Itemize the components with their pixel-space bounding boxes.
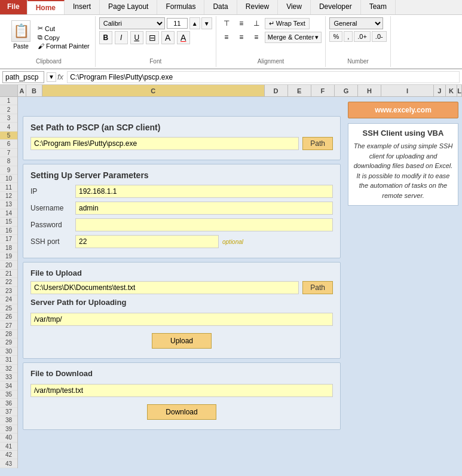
upload-file-input[interactable] [30,281,299,294]
paste-button[interactable]: 📋 Paste [6,17,36,52]
clipboard-group-label: Clipboard [36,57,62,66]
font-family-select[interactable]: Calibri [99,17,165,29]
col-header-g[interactable]: G [335,85,358,96]
tab-view[interactable]: View [278,0,311,14]
col-header-a[interactable]: A [18,85,26,96]
font-size-input[interactable] [167,18,188,29]
col-header-b[interactable]: B [26,85,42,96]
tab-formulas[interactable]: Formulas [157,0,204,14]
tab-developer[interactable]: Developer [311,0,361,14]
wrap-text-icon: ↵ [269,20,274,28]
chevron-down-icon: ▾ [315,33,319,41]
fx-label: fx [57,72,63,81]
decrease-decimal-button[interactable]: .0- [372,31,387,42]
optional-label: optional [222,239,243,245]
formula-bar: ▼ fx [0,69,462,85]
paste-icon: 📋 [11,20,30,42]
increase-font-size-button[interactable]: ▲ [189,17,200,29]
formula-input[interactable] [67,71,460,83]
ssh-client-title: SSH Client using VBA [353,129,453,138]
format-painter-button[interactable]: 🖌 Format Painter [36,42,91,50]
tab-insert[interactable]: Insert [65,0,100,14]
upload-button[interactable]: Upload [152,333,212,349]
password-row: Password [30,218,333,231]
format-painter-icon: 🖌 [38,42,44,50]
col-header-d[interactable]: D [265,85,288,96]
pscp-section: Set Path to PSCP (an SCP client) Path [23,116,341,160]
formula-expand-button[interactable]: ▼ [47,72,56,82]
file-upload-title: File to Upload [30,268,333,277]
align-middle-button[interactable]: ≡ [235,17,248,29]
decrease-font-size-button[interactable]: ▼ [201,17,212,29]
align-right-button[interactable]: ≡ [250,31,263,43]
align-left-button[interactable]: ≡ [220,31,233,43]
tab-page-layout[interactable]: Page Layout [100,0,157,14]
col-header-e[interactable]: E [288,85,311,96]
border-button[interactable]: ⊟ [146,31,159,44]
download-button[interactable]: Download [147,404,216,420]
ssh-port-row: SSH port optional [30,235,333,248]
password-input[interactable] [75,218,333,231]
excely-url: www.excely.com [375,106,432,114]
ssh-description: The example of using simple SSH client f… [353,141,453,200]
tab-review[interactable]: Review [237,0,278,14]
cut-button[interactable]: ✂ Cut [36,24,91,33]
server-upload-path-title: Server Path for Uploading [30,298,333,307]
col-header-c[interactable]: C [42,85,264,96]
excely-box: www.excely.com [348,102,458,118]
col-header-f[interactable]: F [311,85,335,96]
pscp-path-input[interactable] [30,137,299,150]
col-header-j[interactable]: J [434,85,446,96]
tab-data[interactable]: Data [204,0,237,14]
fill-color-button[interactable]: A [161,31,175,44]
increase-decimal-button[interactable]: .0+ [354,31,371,42]
password-label: Password [30,221,75,229]
ssh-port-label: SSH port [30,237,75,246]
font-color-button[interactable]: A [177,31,190,44]
upload-path-row: Path [30,281,333,294]
align-top-button[interactable]: ⊤ [220,17,233,29]
comma-button[interactable]: , [344,31,353,42]
col-header-rest[interactable]: L [457,85,462,96]
username-row: Username [30,202,333,215]
column-headers: A B C D E F G H I J K L [0,85,462,97]
download-section-title: File to Download [30,369,333,378]
upload-path-button[interactable]: Path [302,281,333,294]
server-section-title: Setting Up Server Parameters [30,170,333,180]
pscp-section-title: Set Path to PSCP (an SCP client) [30,123,333,132]
merge-center-button[interactable]: Merge & Center ▾ [265,32,322,43]
wrap-text-button[interactable]: ↵ Wrap Text [265,18,310,29]
align-center-button[interactable]: ≡ [235,31,248,43]
username-input[interactable] [75,202,333,215]
copy-icon: ⧉ [38,33,42,41]
scissors-icon: ✂ [38,25,43,32]
ssh-port-input[interactable] [75,235,219,248]
font-group-label: Font [149,57,161,66]
number-format-select[interactable]: General [329,17,383,29]
col-header-i[interactable]: I [381,85,434,96]
tab-home[interactable]: Home [27,0,65,14]
align-bottom-button[interactable]: ⊥ [250,17,263,29]
cell-reference-input[interactable] [2,71,44,83]
server-upload-path-input[interactable] [30,313,333,326]
ip-input[interactable] [75,185,333,198]
bold-button[interactable]: B [99,31,112,44]
alignment-group-label: Alignment [258,57,284,66]
ip-label: IP [30,187,75,196]
upload-section: File to Upload Path Server Path for Uplo… [23,262,341,359]
username-label: Username [30,204,75,212]
col-header-k[interactable]: K [446,85,458,96]
file-tab[interactable]: File [0,0,27,14]
ip-row: IP [30,185,333,198]
download-section: File to Download Download [23,362,341,430]
underline-button[interactable]: U [130,31,143,44]
percent-button[interactable]: % [329,31,342,42]
italic-button[interactable]: I [115,31,128,44]
col-header-h[interactable]: H [358,85,381,96]
download-file-input[interactable] [30,384,333,397]
number-group-label: Number [347,57,369,66]
pscp-path-row: Path [30,137,333,150]
copy-button[interactable]: ⧉ Copy [36,33,91,42]
pscp-path-button[interactable]: Path [302,137,333,150]
tab-team[interactable]: Team [361,0,396,14]
